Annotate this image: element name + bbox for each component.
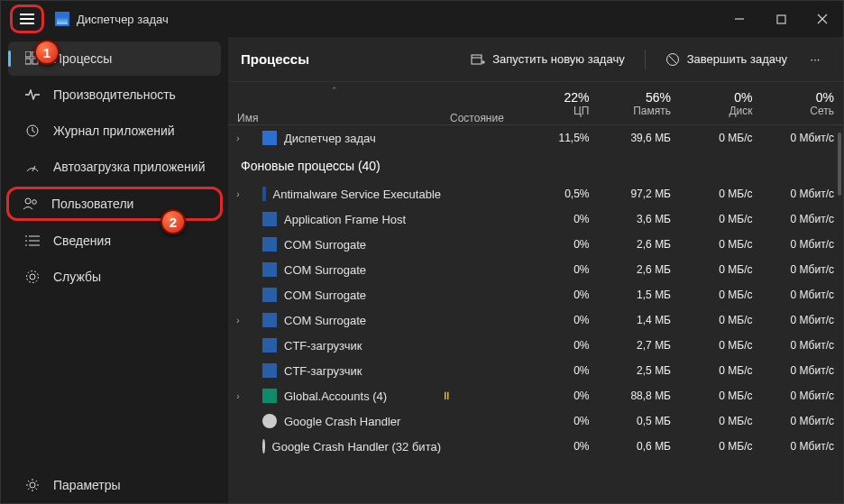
col-name-label: Имя — [237, 112, 432, 124]
main-panel: Процессы Запустить новую задачу Завершит… — [228, 37, 843, 503]
sidebar-item-users[interactable]: Пользователи — [6, 187, 223, 221]
col-net[interactable]: 0%Сеть — [762, 82, 844, 124]
process-disk: 0 МБ/с — [680, 415, 762, 427]
process-disk: 0 МБ/с — [680, 364, 762, 377]
minimize-button[interactable] — [719, 1, 760, 37]
table-row[interactable]: CTF-загрузчик0%2,5 МБ0 МБ/с0 Мбит/с — [228, 358, 843, 383]
sidebar-item-label: Процессы — [53, 51, 112, 66]
toolbar-separator — [645, 50, 646, 69]
process-disk: 0 МБ/с — [680, 263, 762, 276]
scrollbar[interactable] — [838, 133, 841, 196]
sidebar-item-startup[interactable]: Автозагрузка приложений — [8, 150, 221, 184]
sidebar-item-performance[interactable]: Производительность — [8, 78, 221, 112]
col-net-pct: 0% — [816, 90, 834, 105]
process-icon — [262, 363, 277, 378]
table-row[interactable]: ›Global.Accounts (4)⏸0%88,8 МБ0 МБ/с0 Мб… — [228, 383, 843, 408]
process-cpu: 0% — [517, 289, 599, 301]
process-disk: 0 МБ/с — [680, 213, 762, 225]
process-net: 0 Мбит/с — [762, 238, 844, 251]
close-button[interactable] — [802, 1, 843, 37]
process-icon — [262, 187, 266, 201]
process-disk: 0 МБ/с — [680, 440, 762, 453]
process-disk: 0 МБ/с — [680, 188, 762, 200]
users-icon — [23, 197, 39, 210]
table-row[interactable]: Application Frame Host0%3,6 МБ0 МБ/с0 Мб… — [228, 206, 843, 232]
expand-icon[interactable]: › — [228, 391, 248, 401]
run-task-label: Запустить новую задачу — [492, 52, 624, 66]
table-row[interactable]: Google Crash Handler (32 бита)0%0,6 МБ0 … — [228, 434, 843, 459]
col-mem[interactable]: 56%Память — [599, 82, 681, 124]
table-row[interactable]: CTF-загрузчик0%2,7 МБ0 МБ/с0 Мбит/с — [228, 333, 843, 358]
process-mem: 0,6 МБ — [599, 440, 681, 453]
sidebar-item-label: Журнал приложений — [53, 124, 175, 138]
process-net: 0 Мбит/с — [762, 289, 844, 301]
gauge-icon — [24, 160, 41, 173]
process-net: 0 Мбит/с — [762, 263, 844, 276]
gear-icon — [24, 270, 41, 284]
stop-icon — [665, 52, 680, 67]
svg-point-10 — [25, 198, 31, 204]
end-task-button[interactable]: Завершить задачу — [653, 44, 800, 75]
process-mem: 1,5 МБ — [599, 289, 681, 301]
process-mem: 88,8 МБ — [599, 389, 681, 402]
run-task-icon — [471, 52, 485, 67]
table-row[interactable]: COM Surrogate0%2,6 МБ0 МБ/с0 Мбит/с — [228, 232, 843, 257]
expand-icon[interactable]: › — [228, 133, 248, 143]
svg-rect-6 — [25, 59, 31, 64]
table-row[interactable]: COM Surrogate0%1,5 МБ0 МБ/с0 Мбит/с — [228, 282, 843, 307]
svg-rect-1 — [777, 15, 785, 23]
process-cpu: 0% — [517, 415, 599, 427]
maximize-button[interactable] — [760, 1, 802, 37]
column-headers: ⌃ Имя Состояние 22%ЦП 56%Память 0%Диск 0… — [228, 82, 843, 125]
sidebar: Процессы Производительность Журнал прило… — [1, 37, 228, 503]
expand-icon[interactable]: › — [228, 189, 248, 199]
run-task-button[interactable]: Запустить новую задачу — [458, 44, 637, 75]
process-mem: 0,5 МБ — [599, 415, 681, 427]
group-header-label: Фоновые процессы (40) — [241, 159, 843, 173]
process-name: Application Frame Host — [248, 212, 441, 226]
process-name: Google Crash Handler — [248, 414, 441, 428]
hamburger-icon[interactable] — [20, 14, 34, 24]
process-name: COM Surrogate — [248, 288, 441, 302]
process-name: Диспетчер задач — [248, 131, 441, 145]
table-row[interactable]: ›Antimalware Service Executable0,5%97,2 … — [228, 181, 843, 206]
process-mem: 3,6 МБ — [599, 213, 681, 225]
process-net: 0 Мбит/с — [762, 188, 844, 200]
svg-point-20 — [30, 482, 35, 488]
col-cpu-label: ЦП — [573, 105, 590, 117]
process-cpu: 0% — [517, 238, 599, 251]
sidebar-item-details[interactable]: Сведения — [8, 224, 221, 258]
table-row[interactable]: ›Диспетчер задач11,5%39,6 МБ0 МБ/с0 Мбит… — [228, 125, 843, 151]
col-cpu[interactable]: 22%ЦП — [517, 82, 599, 124]
process-name: Google Crash Handler (32 бита) — [248, 439, 441, 454]
process-net: 0 Мбит/с — [762, 364, 844, 377]
sidebar-item-apphistory[interactable]: Журнал приложений — [8, 114, 221, 148]
more-button[interactable]: ··· — [800, 44, 830, 75]
process-icon — [262, 131, 277, 145]
process-cpu: 0% — [517, 213, 599, 225]
process-name: CTF-загрузчик — [248, 338, 441, 353]
annotation-highlight-1 — [10, 5, 44, 33]
table-row[interactable]: ›COM Surrogate0%1,4 МБ0 МБ/с0 Мбит/с — [228, 307, 843, 333]
expand-icon[interactable]: › — [228, 316, 248, 325]
sidebar-item-label: Производительность — [53, 87, 176, 102]
process-disk: 0 МБ/с — [680, 132, 762, 144]
process-name: COM Surrogate — [248, 262, 441, 277]
sidebar-item-settings[interactable]: Параметры — [8, 468, 221, 502]
titlebar: Диспетчер задач — [1, 1, 843, 37]
sidebar-item-services[interactable]: Службы — [8, 260, 221, 294]
col-disk[interactable]: 0%Диск — [680, 82, 762, 124]
window-title: Диспетчер задач — [77, 13, 169, 26]
table-row[interactable]: COM Surrogate0%2,6 МБ0 МБ/с0 Мбит/с — [228, 257, 843, 282]
annotation-badge-1: 1 — [34, 40, 60, 65]
col-state[interactable]: Состояние — [441, 82, 517, 124]
process-mem: 1,4 МБ — [599, 314, 681, 326]
table-row[interactable]: Google Crash Handler0%0,5 МБ0 МБ/с0 Мбит… — [228, 408, 843, 434]
process-cpu: 11,5% — [517, 132, 599, 144]
history-icon — [24, 124, 41, 138]
col-name[interactable]: ⌃ Имя — [228, 82, 441, 124]
process-disk: 0 МБ/с — [680, 339, 762, 352]
process-net: 0 Мбит/с — [762, 415, 844, 427]
toolbar: Процессы Запустить новую задачу Завершит… — [228, 37, 843, 82]
col-disk-label: Диск — [729, 105, 752, 117]
